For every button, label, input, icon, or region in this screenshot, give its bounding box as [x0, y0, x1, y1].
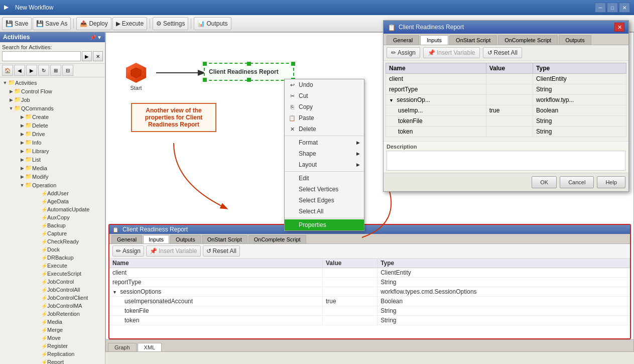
tree-item-jobcontrolma[interactable]: ⚡JobControlMA — [19, 302, 104, 310]
expand-icon[interactable]: ▶ — [19, 140, 25, 146]
tab-outputs[interactable]: Outputs — [170, 235, 201, 244]
dialog-table-row[interactable]: token String — [386, 127, 626, 137]
menu-copy[interactable]: ⎘ Copy — [285, 101, 364, 112]
tree-item-modify[interactable]: ▶ 📁 Modify — [13, 172, 104, 181]
deploy-button[interactable]: 📤 Deploy — [76, 17, 111, 30]
tree-item-move[interactable]: ⚡Move — [19, 334, 104, 342]
menu-delete[interactable]: ✕ Delete — [285, 124, 364, 135]
menu-properties[interactable]: Properties — [285, 219, 364, 230]
panel-menu-icon[interactable]: ▼ — [97, 35, 102, 40]
dialog-tab-inputs[interactable]: Inputs — [420, 35, 448, 45]
expand-icon[interactable]: ▶ — [19, 131, 25, 137]
tree-item-merge[interactable]: ⚡Merge — [19, 326, 104, 334]
expand-icon[interactable]: ▶ — [8, 97, 14, 103]
home-button[interactable]: 🏠 — [2, 65, 13, 76]
expand-icon[interactable]: ▶ — [8, 88, 14, 94]
context-menu[interactable]: ↩ Undo ✂ Cut ⎘ Copy 📋 Paste — [284, 79, 364, 231]
search-go-button[interactable]: ▶ — [82, 51, 92, 61]
table-row[interactable]: ▼ sessionOptions workflow.types.cmd.Sess… — [109, 287, 630, 297]
dialog-table-row[interactable]: client ClientEntity — [386, 74, 626, 84]
back-button[interactable]: ◀ — [14, 65, 25, 76]
search-clear-button[interactable]: ✕ — [93, 51, 103, 61]
settings-button[interactable]: ⚙ Settings — [153, 17, 188, 30]
minimize-button[interactable]: ─ — [595, 3, 606, 13]
tree-item-delete[interactable]: ▶ 📁 Delete — [13, 121, 104, 130]
tree-item-job[interactable]: ▶ 📁 Job — [7, 95, 104, 104]
expand-icon[interactable]: ▼ — [8, 105, 14, 111]
save-button[interactable]: 💾 Save — [2, 17, 32, 30]
tree-item-create[interactable]: ▶ 📁 Create — [13, 112, 104, 121]
tree-item-operation[interactable]: ▼ 📁 Operation — [13, 181, 104, 189]
expand-icon[interactable]: ▶ — [19, 114, 25, 120]
start-node[interactable]: Start — [126, 63, 146, 91]
tab-general[interactable]: General — [111, 235, 142, 244]
tree-item-jobcontrolclient[interactable]: ⚡JobControlClient — [19, 294, 104, 302]
dialog-tab-general[interactable]: General — [387, 35, 419, 45]
tree-item-backup[interactable]: ⚡Backup — [19, 221, 104, 229]
tree-item-checkready[interactable]: ⚡CheckReady — [19, 237, 104, 246]
ok-button[interactable]: OK — [532, 176, 557, 188]
cancel-button[interactable]: Cancel — [560, 176, 594, 188]
expand-icon[interactable]: ▶ — [19, 174, 25, 180]
tree-item-media[interactable]: ▶ 📁 Media — [13, 164, 104, 172]
dialog-table-row[interactable]: reportType String — [386, 84, 626, 95]
expand-button[interactable]: ▼ — [112, 290, 117, 295]
menu-undo[interactable]: ↩ Undo — [285, 79, 364, 90]
tree-item-qcommands[interactable]: ▼ 📁 QCommands — [7, 104, 104, 112]
menu-select-all[interactable]: Select All — [285, 206, 364, 217]
dialog-table-row[interactable]: useImp... true Boolean — [386, 105, 626, 116]
expand-icon[interactable]: ▶ — [19, 123, 25, 129]
dialog-table-row[interactable]: ▼ sessionOp... workflow.typ... — [386, 95, 626, 105]
tree-item-control-flow[interactable]: ▶ 📁 Control Flow — [7, 87, 104, 95]
tree-item-automaticupdate[interactable]: ⚡AutomaticUpdate — [19, 205, 104, 213]
tree-item-capture[interactable]: ⚡Capture — [19, 229, 104, 237]
expand-icon[interactable]: ▶ — [19, 165, 25, 171]
menu-layout[interactable]: Layout ▶ — [285, 159, 364, 170]
collapse-all-button[interactable]: ⊟ — [62, 65, 73, 76]
tab-oncomplete[interactable]: OnComplete Script — [248, 235, 306, 244]
tree-item-dock[interactable]: ⚡Dock — [19, 246, 104, 254]
tree-item-jobcontrol[interactable]: ⚡JobControl — [19, 278, 104, 286]
expand-icon[interactable]: ▶ — [19, 157, 25, 163]
search-input[interactable] — [2, 51, 81, 61]
table-row[interactable]: reportType String — [109, 278, 630, 287]
tree-item-execute[interactable]: ⚡Execute — [19, 262, 104, 270]
maximize-button[interactable]: □ — [607, 3, 618, 13]
dialog-tab-outputs[interactable]: Outputs — [559, 35, 591, 45]
table-row[interactable]: tokenFile String — [109, 306, 630, 316]
menu-select-edges[interactable]: Select Edges — [285, 195, 364, 206]
panel-pin-icon[interactable]: 📌 — [90, 35, 96, 40]
expand-button[interactable]: ▼ — [389, 98, 394, 103]
tree-item-jobretention[interactable]: ⚡JobRetention — [19, 310, 104, 318]
help-button[interactable]: Help — [597, 176, 625, 188]
tree-item-library[interactable]: ▶ 📁 Library — [13, 147, 104, 155]
dialog-reset-all-button[interactable]: ↺ Reset All — [483, 47, 522, 58]
menu-paste[interactable]: 📋 Paste — [285, 112, 364, 124]
expand-icon[interactable]: ▶ — [19, 148, 25, 154]
menu-select-vertices[interactable]: Select Vertices — [285, 184, 364, 195]
tab-xml[interactable]: XML — [138, 343, 162, 351]
expand-icon[interactable]: ▼ — [19, 182, 25, 188]
table-row[interactable]: client ClientEntity — [109, 268, 630, 278]
tree-item-jobcontrolall[interactable]: ⚡JobControlAll — [19, 286, 104, 294]
menu-shape[interactable]: Shape ▶ — [285, 148, 364, 159]
close-button[interactable]: ✕ — [619, 3, 630, 13]
dialog-close-button[interactable]: ✕ — [614, 23, 624, 32]
dialog-insert-variable-button[interactable]: 📌 Insert Variable — [423, 47, 479, 58]
tree-item-register[interactable]: ⚡Register — [19, 342, 104, 350]
tree-item-list[interactable]: ▶ 📁 List — [13, 155, 104, 164]
forward-button[interactable]: ▶ — [26, 65, 37, 76]
tab-onstart[interactable]: OnStart Script — [202, 235, 247, 244]
menu-format[interactable]: Format ▶ — [285, 137, 364, 148]
dialog-tab-onstart[interactable]: OnStart Script — [449, 35, 497, 45]
tree-item-agedata[interactable]: ⚡AgeData — [19, 197, 104, 205]
expand-icon[interactable]: ▼ — [2, 80, 8, 86]
tree-item-info[interactable]: ▶ 📁 Info — [13, 138, 104, 147]
dialog-table-row[interactable]: tokenFile String — [386, 116, 626, 127]
tree-item-adduser[interactable]: ⚡AddUser — [19, 189, 104, 197]
outputs-button[interactable]: 📊 Outputs — [194, 17, 231, 30]
insert-variable-button[interactable]: 📌 Insert Variable — [146, 246, 200, 257]
tab-graph[interactable]: Graph — [108, 343, 137, 351]
tree-item-media2[interactable]: ⚡Media — [19, 318, 104, 326]
tree-item-activities[interactable]: ▼ 📁 Activities — [1, 78, 104, 87]
